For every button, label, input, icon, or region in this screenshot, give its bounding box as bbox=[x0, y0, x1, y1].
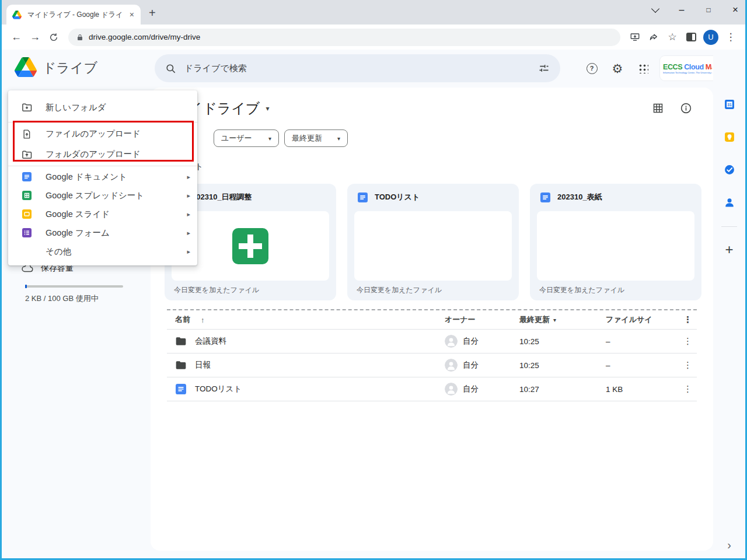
side-panel-rail: 31 + › bbox=[713, 50, 745, 558]
window-minimize-button[interactable]: – bbox=[673, 2, 690, 18]
docs-icon bbox=[539, 192, 551, 202]
browser-window: マイドライブ - Google ドライブ × + – □ × ← → drive… bbox=[0, 0, 747, 560]
owner-avatar bbox=[445, 335, 458, 348]
address-bar[interactable]: drive.google.com/drive/my-drive bbox=[68, 29, 620, 46]
install-icon[interactable] bbox=[626, 29, 644, 46]
get-addons-icon[interactable]: + bbox=[723, 243, 736, 256]
filter-chip-modified[interactable]: 最終更新 ▾ bbox=[284, 130, 348, 147]
folder-icon bbox=[175, 335, 187, 347]
lock-icon bbox=[76, 33, 83, 41]
menu-item-google-slides[interactable]: Google スライド ▸ bbox=[8, 205, 197, 223]
storage-usage-text: 2 KB / 100 GB 使用中 bbox=[25, 293, 138, 304]
submenu-arrow-icon: ▸ bbox=[187, 229, 190, 237]
tab-close-icon[interactable]: × bbox=[128, 10, 136, 19]
submenu-arrow-icon: ▸ bbox=[187, 248, 190, 256]
browser-tab[interactable]: マイドライブ - Google ドライブ × bbox=[6, 5, 141, 24]
menu-divider bbox=[8, 122, 197, 123]
table-row[interactable]: TODOリスト 自分 10:27 1 KB ⋮ bbox=[167, 377, 697, 401]
share-icon[interactable] bbox=[645, 29, 662, 46]
sort-descending-icon: ▾ bbox=[553, 317, 556, 323]
rail-divider bbox=[721, 226, 737, 227]
info-icon[interactable] bbox=[679, 102, 692, 114]
menu-item-folder-upload[interactable]: フォルダのアップロード bbox=[8, 144, 197, 164]
grid-view-icon[interactable] bbox=[651, 102, 664, 114]
table-header-menu-icon[interactable]: ⋮ bbox=[671, 314, 692, 325]
forms-icon bbox=[21, 228, 33, 237]
menu-item-google-docs[interactable]: Google ドキュメント ▸ bbox=[8, 167, 197, 186]
browser-menu-icon[interactable]: ⋮ bbox=[722, 29, 739, 46]
google-apps-grid-icon[interactable] bbox=[636, 61, 651, 76]
search-placeholder: ドライブで検索 bbox=[184, 63, 530, 74]
filter-chip-people[interactable]: ユーザー ▾ bbox=[214, 130, 279, 147]
chevron-down-icon: ▾ bbox=[268, 135, 271, 142]
drive-logo-icon[interactable] bbox=[15, 57, 37, 77]
file-card-caption: 今日変更を加えたファイル bbox=[539, 285, 624, 295]
keep-icon[interactable] bbox=[723, 131, 736, 144]
folder-upload-icon bbox=[21, 149, 33, 160]
file-upload-icon bbox=[21, 128, 33, 140]
menu-item-more[interactable]: その他 ▸ bbox=[8, 242, 197, 261]
owner-avatar bbox=[445, 383, 458, 396]
tasks-icon[interactable] bbox=[723, 163, 736, 176]
menu-item-new-folder[interactable]: 新しいフォルダ bbox=[8, 94, 197, 121]
tab-title: マイドライブ - Google ドライブ bbox=[27, 10, 123, 20]
browser-profile-avatar[interactable]: U bbox=[703, 30, 718, 45]
new-tab-button[interactable]: + bbox=[149, 7, 156, 19]
table-row[interactable]: 会議資料 自分 10:25 – ⋮ bbox=[167, 330, 697, 354]
bookmark-star-icon[interactable]: ☆ bbox=[664, 29, 681, 46]
owner-avatar bbox=[445, 359, 458, 372]
file-preview bbox=[537, 211, 694, 281]
folder-plus-icon bbox=[21, 102, 33, 113]
storage-section: 保存容量 2 KB / 100 GB 使用中 bbox=[22, 263, 138, 304]
storage-progress-bar bbox=[25, 285, 123, 288]
hide-side-panel-icon[interactable]: › bbox=[723, 538, 736, 551]
reload-button[interactable] bbox=[45, 29, 62, 46]
forward-button[interactable]: → bbox=[26, 29, 44, 46]
drive-favicon-icon bbox=[11, 10, 23, 19]
contacts-icon[interactable] bbox=[723, 196, 736, 209]
docs-icon bbox=[175, 384, 187, 394]
account-badge-logo: ECCS Cloud Mail Information Technology C… bbox=[663, 63, 712, 74]
tab-strip: マイドライブ - Google ドライブ × + – □ × bbox=[2, 0, 745, 24]
slides-icon bbox=[21, 209, 33, 219]
account-badge-subtext: Information Technology Center, The Unive… bbox=[663, 71, 712, 74]
column-size[interactable]: ファイルサイ bbox=[606, 314, 671, 325]
calendar-icon[interactable]: 31 bbox=[723, 98, 736, 111]
settings-gear-icon[interactable]: ⚙ bbox=[610, 61, 625, 76]
new-menu: 新しいフォルダ ファイルのアップロード フォルダのアップロード G bbox=[8, 90, 197, 265]
help-icon[interactable]: ? bbox=[584, 61, 599, 76]
menu-item-file-upload[interactable]: ファイルのアップロード bbox=[8, 124, 197, 144]
docs-icon bbox=[357, 192, 368, 202]
back-button[interactable]: ← bbox=[8, 29, 25, 46]
row-menu-icon[interactable]: ⋮ bbox=[671, 384, 692, 394]
docs-icon bbox=[21, 172, 33, 181]
menu-divider bbox=[8, 166, 197, 166]
search-icon[interactable] bbox=[165, 63, 176, 74]
window-close-button[interactable]: × bbox=[727, 2, 744, 18]
table-row[interactable]: 日報 自分 10:25 – ⋮ bbox=[167, 354, 697, 377]
svg-text:31: 31 bbox=[727, 103, 732, 107]
row-menu-icon[interactable]: ⋮ bbox=[671, 336, 692, 346]
menu-item-google-sheets[interactable]: Google スプレッドシート ▸ bbox=[8, 186, 197, 205]
column-name[interactable]: 名前 ↑ bbox=[175, 314, 445, 325]
sheets-logo-icon bbox=[232, 228, 268, 264]
url-text: drive.google.com/drive/my-drive bbox=[89, 33, 200, 41]
column-owner[interactable]: オーナー bbox=[445, 314, 519, 325]
tab-search-icon[interactable] bbox=[647, 2, 664, 18]
window-maximize-button[interactable]: □ bbox=[700, 2, 717, 18]
side-panel-icon[interactable] bbox=[682, 29, 700, 46]
browser-toolbar: ← → drive.google.com/drive/my-drive ☆ U … bbox=[2, 24, 745, 50]
file-card[interactable]: TODOリスト 今日変更を加えたファイル bbox=[347, 184, 519, 300]
column-modified[interactable]: 最終更新▾ bbox=[519, 314, 606, 325]
title-dropdown-icon[interactable]: ▾ bbox=[266, 104, 269, 113]
sort-ascending-icon[interactable]: ↑ bbox=[201, 316, 205, 324]
drive-search-input[interactable]: ドライブで検索 bbox=[155, 54, 560, 82]
file-preview bbox=[354, 211, 512, 281]
row-menu-icon[interactable]: ⋮ bbox=[671, 360, 692, 370]
submenu-arrow-icon: ▸ bbox=[187, 192, 190, 200]
file-table: 名前 ↑ オーナー 最終更新▾ ファイルサイ ⋮ 会議資料 bbox=[167, 309, 697, 401]
sheets-icon bbox=[21, 191, 33, 200]
menu-item-google-forms[interactable]: Google フォーム ▸ bbox=[8, 223, 197, 242]
file-card[interactable]: 202310_表紙 今日変更を加えたファイル bbox=[530, 184, 701, 300]
search-options-icon[interactable] bbox=[538, 62, 550, 74]
